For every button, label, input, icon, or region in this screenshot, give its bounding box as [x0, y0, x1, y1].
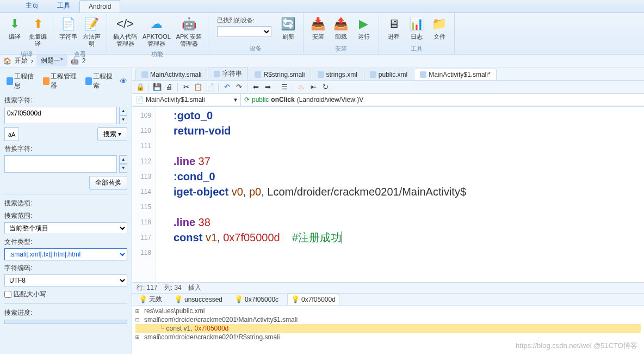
- result-tab[interactable]: 💡0x7f05000d: [287, 294, 339, 305]
- filetype-select[interactable]: .smali|.xml|.txt|.htm|.html: [4, 248, 127, 260]
- editor-toolbar: 🔒 💾 🖨 ✂ 📋 📄 ↶ ↷ ⬅ ➡ ☰ ♨ ⇤ ↻: [132, 81, 644, 94]
- nav-method-select[interactable]: ⟳ public onClick (Landroid/view/View;)V: [241, 94, 644, 106]
- result-row[interactable]: ⊞smali\com\droider\crackme0201\R$string.…: [135, 333, 641, 341]
- options-label: 搜索选项:: [4, 199, 127, 208]
- ribbon-方法声明[interactable]: 📝方法声 明: [80, 14, 103, 48]
- search-progress: [4, 320, 127, 324]
- match-case-checkbox[interactable]: 匹配大小写: [4, 290, 127, 299]
- nav-file-select[interactable]: 📄MainActivity$1.smali▾: [132, 94, 241, 106]
- result-tab[interactable]: 💡unsuccessed: [171, 294, 226, 304]
- search-input[interactable]: 0x7f05000d: [4, 107, 117, 124]
- print-icon[interactable]: 🖨: [164, 82, 174, 92]
- ribbon-group-device: 已找到的设备: 🔄刷新 设备: [208, 13, 304, 54]
- file-tab[interactable]: MainActivity$1.smali*: [414, 69, 496, 80]
- device-label: 已找到的设备:: [217, 16, 271, 25]
- result-tab[interactable]: 💡无效: [135, 294, 165, 305]
- cut-icon[interactable]: ✂: [181, 82, 191, 92]
- scope-select[interactable]: 当前整个项目: [4, 222, 127, 234]
- status-bar: 行: 117 列: 34 插入: [132, 282, 644, 293]
- file-tab[interactable]: MainActivity.smali: [135, 69, 207, 80]
- file-tabs: MainActivity.smali字符串R$string.smalistrin…: [132, 68, 644, 81]
- ribbon-group-view: 📄字符串📝方法声 明 查看: [53, 13, 107, 54]
- scroll-down-icon[interactable]: ▼: [119, 115, 127, 124]
- scope-label: 搜索范围:: [4, 211, 127, 221]
- ribbon: ⬇编译⬆批量编 译 编译 📄字符串📝方法声 明 查看 </>插入代码 管理器☁A…: [0, 13, 644, 54]
- redo-icon[interactable]: ↷: [234, 82, 244, 92]
- filetype-label: 文件类型:: [4, 237, 127, 247]
- result-row[interactable]: ⊞res\values\public.xml: [135, 307, 641, 315]
- ribbon-插入代码管理器[interactable]: </>插入代码 管理器: [110, 14, 140, 48]
- ribbon-group-tools: 🖥进程📊日志📁文件 工具: [379, 13, 455, 54]
- ribbon-APK安装管理器[interactable]: 🤖APK 安装 管理器: [174, 14, 205, 48]
- ribbon-日志[interactable]: 📊日志: [405, 14, 428, 41]
- ribbon-安装[interactable]: 📥安装: [307, 14, 330, 41]
- android-icon: 🤖: [71, 57, 79, 65]
- eye-icon[interactable]: 👁: [120, 77, 127, 86]
- ribbon-APKTOOL管理器[interactable]: ☁APKTOOL 管理器: [140, 14, 174, 48]
- result-row[interactable]: └ const v1, 0x7f05000d: [135, 324, 641, 333]
- result-row[interactable]: ⊟smali\com\droider\crackme0201\MainActiv…: [135, 315, 641, 324]
- ribbon-卸载[interactable]: 📤卸载: [330, 14, 352, 41]
- encoding-select[interactable]: UTF8: [4, 274, 127, 286]
- undo-icon[interactable]: ↶: [222, 82, 232, 92]
- crumb-step[interactable]: 例题一*: [36, 55, 67, 66]
- case-toggle[interactable]: aA: [4, 127, 19, 141]
- file-tab[interactable]: strings.xml: [312, 69, 363, 80]
- editor-panel: MainActivity.smali字符串R$string.smalistrin…: [132, 68, 644, 354]
- home-icon[interactable]: 🏠: [3, 57, 11, 65]
- paste-icon[interactable]: 📄: [205, 82, 215, 92]
- back-icon[interactable]: ⬅: [251, 82, 261, 92]
- menu-tabs: 主页 工具 Android: [0, 0, 644, 13]
- ribbon-group-func: </>插入代码 管理器☁APKTOOL 管理器🤖APK 安装 管理器 功能: [107, 13, 208, 54]
- scroll-up-icon[interactable]: ▲: [119, 107, 127, 115]
- java-icon[interactable]: ♨: [296, 82, 306, 92]
- lock-icon[interactable]: 🔒: [135, 82, 145, 92]
- crumb-tail: 2: [82, 57, 86, 65]
- file-tab[interactable]: 字符串: [208, 67, 248, 80]
- search-label: 搜索字符:: [4, 96, 127, 105]
- left-panel: 工程信息 工程管理器 工程搜索 👁 搜索字符: 0x7f05000d ▲▼ aA…: [0, 68, 132, 354]
- ribbon-group-compile: ⬇编译⬆批量编 译 编译: [0, 13, 53, 54]
- refresh-icon[interactable]: ↻: [320, 82, 330, 92]
- arrow-left-icon[interactable]: ⇤: [308, 82, 318, 92]
- ribbon-刷新[interactable]: 🔄刷新: [277, 14, 300, 41]
- left-tabs: 工程信息 工程管理器 工程搜索 👁: [4, 71, 127, 91]
- watermark: https://blog.csdn.net/wei @51CTO博客: [516, 341, 637, 351]
- save-icon[interactable]: 💾: [152, 82, 162, 92]
- ribbon-字符串[interactable]: 📄字符串: [57, 14, 80, 41]
- replace-label: 替换字符:: [4, 144, 127, 154]
- ribbon-文件[interactable]: 📁文件: [428, 14, 451, 41]
- replace-input[interactable]: [4, 155, 117, 173]
- file-tab[interactable]: R$string.smali: [249, 69, 311, 80]
- search-button[interactable]: 搜索 ▾: [97, 127, 127, 141]
- replace-all-button[interactable]: 全部替换: [89, 176, 127, 190]
- file-tab[interactable]: public.xml: [364, 69, 413, 80]
- progress-label: 搜索进度:: [4, 308, 127, 318]
- copy-icon[interactable]: 📋: [193, 82, 203, 92]
- list-icon[interactable]: ☰: [280, 82, 289, 92]
- result-tab[interactable]: 💡0x7f05000c: [231, 294, 282, 304]
- ribbon-运行[interactable]: ▶运行: [352, 14, 375, 41]
- tab-proj-info[interactable]: 工程信息: [4, 71, 39, 91]
- ribbon-进程[interactable]: 🖥进程: [382, 14, 405, 41]
- ribbon-group-install: 📥安装📤卸载▶运行 安装: [304, 13, 379, 54]
- forward-icon[interactable]: ➡: [263, 82, 273, 92]
- device-select[interactable]: [217, 26, 271, 37]
- encoding-label: 字符编码:: [4, 264, 127, 273]
- crumb-start[interactable]: 开始: [15, 56, 28, 65]
- ribbon-批量编译[interactable]: ⬆批量编 译: [26, 14, 49, 48]
- ribbon-编译[interactable]: ⬇编译: [3, 14, 26, 41]
- tab-android[interactable]: Android: [79, 0, 120, 13]
- tab-tool[interactable]: 工具: [48, 0, 79, 13]
- code-editor[interactable]: 109110111112113114115116117118 :goto_0 r…: [132, 107, 644, 282]
- tab-proj-mgr[interactable]: 工程管理器: [41, 71, 81, 91]
- tab-proj-search[interactable]: 工程搜索: [83, 71, 117, 91]
- tab-home[interactable]: 主页: [16, 0, 48, 13]
